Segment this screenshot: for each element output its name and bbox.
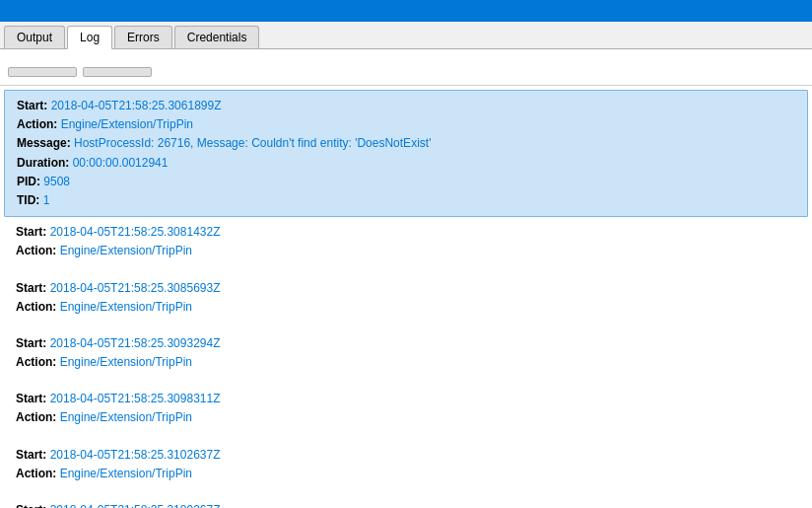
tab-bar: Output Log Errors Credentials: [0, 22, 812, 49]
close-button[interactable]: [790, 3, 806, 19]
log-entry[interactable]: Start: 2018-04-05T21:58:25.3085693ZActio…: [4, 273, 808, 323]
log-title: [0, 49, 812, 63]
tab-credentials[interactable]: Credentials: [174, 26, 260, 48]
minimize-button[interactable]: [755, 3, 771, 19]
maximize-button[interactable]: [773, 3, 788, 19]
save-log-button[interactable]: [83, 67, 152, 77]
tab-errors[interactable]: Errors: [114, 26, 172, 48]
log-entry[interactable]: Start: 2018-04-05T21:58:25.3093294ZActio…: [4, 328, 808, 378]
tab-log[interactable]: Log: [67, 26, 112, 49]
log-entry[interactable]: Start: 2018-04-05T21:58:25.3102637ZActio…: [4, 440, 808, 489]
log-entry[interactable]: Start: 2018-04-05T21:58:25.3061899ZActio…: [4, 90, 808, 217]
log-entry[interactable]: Start: 2018-04-05T21:58:25.3109267Z: [4, 495, 808, 508]
title-bar: [0, 0, 812, 22]
clear-log-button[interactable]: [8, 67, 77, 77]
log-entry[interactable]: Start: 2018-04-05T21:58:25.3098311ZActio…: [4, 384, 808, 433]
log-entry[interactable]: Start: 2018-04-05T21:58:25.3081432ZActio…: [4, 217, 808, 266]
tab-output[interactable]: Output: [4, 26, 65, 48]
log-container[interactable]: Start: 2018-04-05T21:58:25.3061899ZActio…: [0, 85, 812, 508]
